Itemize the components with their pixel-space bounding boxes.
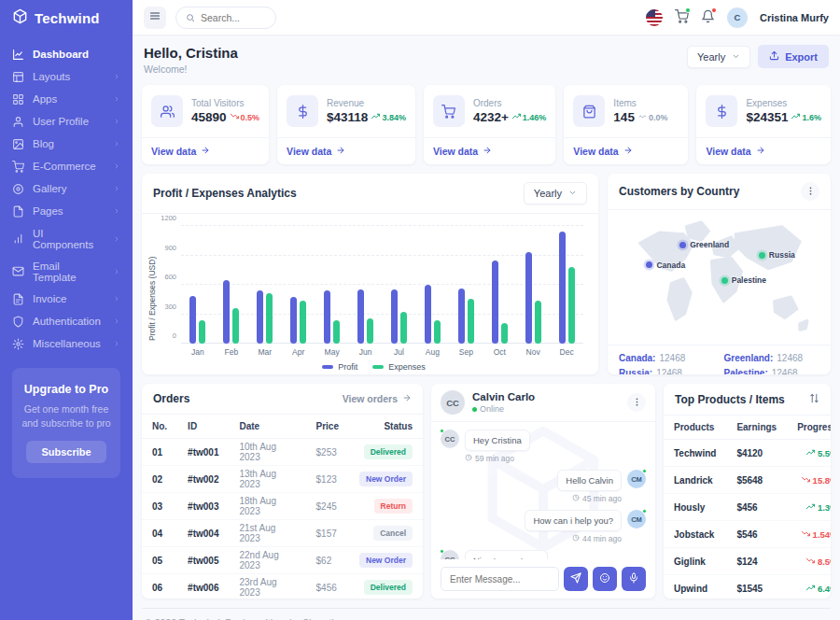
order-no: 05 — [142, 547, 177, 574]
sidebar-item-ui-components[interactable]: UI Components — [0, 222, 133, 255]
map-marker-russia: Russia — [759, 250, 795, 260]
product-name: Hously — [664, 494, 726, 521]
profit-bar — [257, 290, 263, 344]
sidebar-item-user-profile[interactable]: User Profile — [0, 110, 133, 133]
emoji-button[interactable] — [593, 567, 617, 591]
order-status-cell: Delivered — [349, 439, 423, 466]
trend-up-icon — [512, 112, 521, 122]
bar-group-may — [315, 226, 349, 344]
upgrade-title: Upgrade to Pro — [21, 383, 111, 396]
us-flag-icon[interactable] — [646, 9, 663, 26]
sidebar-item-blog[interactable]: Blog — [0, 133, 133, 155]
stat-change: 0.0% — [638, 112, 668, 122]
brand-logo[interactable]: Techwind — [0, 0, 133, 35]
search-input[interactable] — [201, 12, 266, 23]
export-button[interactable]: Export — [758, 45, 829, 68]
user-icon — [12, 116, 24, 128]
bar-group-dec — [550, 226, 583, 344]
map-more-button[interactable] — [801, 182, 819, 201]
country-name: Canada: — [619, 353, 655, 363]
products-col-progress: Progress — [787, 416, 831, 440]
order-id: #tw002 — [177, 466, 229, 493]
legend-label: Profit — [338, 362, 357, 372]
view-data-link[interactable]: View data — [424, 137, 555, 164]
view-orders-link[interactable]: View orders — [343, 393, 412, 404]
message-bubble: Nice to meet you — [465, 550, 548, 559]
search-box — [175, 7, 276, 29]
sidebar-item-email-template[interactable]: Email Template — [0, 255, 133, 288]
dashboard-icon — [12, 49, 24, 61]
product-name: Jobstack — [664, 521, 726, 548]
bell-notification-dot — [711, 7, 717, 13]
cart-button[interactable] — [675, 9, 689, 26]
sort-button[interactable] — [809, 392, 819, 406]
country-value: 12468 — [772, 368, 798, 374]
view-data-link[interactable]: View data — [696, 137, 831, 164]
profit-bar — [458, 289, 465, 344]
app-root: Techwind DashboardLayoutsAppsUser Profil… — [0, 0, 840, 620]
period-select[interactable]: Yearly — [687, 46, 750, 68]
hamburger-menu-button[interactable] — [144, 7, 166, 29]
mic-button[interactable] — [622, 567, 646, 591]
user-avatar[interactable]: C — [727, 7, 748, 28]
sidebar-item-invoice[interactable]: Invoice — [0, 288, 133, 310]
dollar-icon — [706, 95, 737, 127]
order-row-02: 02 #tw002 13th Aug 2023 $123 New Order — [142, 466, 423, 493]
y-tick-label: 600 — [157, 273, 176, 281]
chat-more-button[interactable] — [627, 393, 646, 412]
marker-label: Russia — [769, 250, 795, 260]
sidebar-item-label: Layouts — [33, 71, 70, 82]
view-data-link[interactable]: View data — [277, 137, 415, 164]
view-data-label: View data — [573, 146, 618, 157]
dollar-icon — [287, 95, 318, 127]
orders-col-date: Date — [229, 415, 305, 439]
order-no: 02 — [142, 466, 177, 493]
orders-title: Orders — [153, 392, 189, 405]
arrow-right-icon — [402, 393, 412, 404]
subscribe-button[interactable]: Subscribe — [26, 441, 105, 463]
trend-down-icon — [802, 475, 810, 486]
user-name[interactable]: Cristina Murfy — [760, 12, 829, 23]
sidebar-item-pages[interactable]: Pages — [0, 200, 133, 222]
x-tick-label: Jun — [349, 347, 383, 357]
expenses-bar — [333, 320, 340, 344]
world-map-graphic — [615, 215, 823, 342]
order-status-cell: New Order — [349, 547, 423, 574]
stat-card-expenses: Expenses $24351 1.6% View data — [696, 85, 831, 164]
view-data-link[interactable]: View data — [142, 137, 269, 164]
sidebar-item-layouts[interactable]: Layouts — [0, 65, 133, 88]
chat-message-input[interactable] — [441, 567, 559, 591]
chat-messages[interactable]: CC Hey Cristina59 min agoCM Hello Calvin… — [431, 422, 655, 559]
sidebar-item-authentication[interactable]: Authentication — [0, 310, 133, 332]
notifications-button[interactable] — [701, 9, 715, 26]
product-name: Techwind — [664, 440, 726, 467]
bar-group-jul — [383, 226, 416, 344]
legend-item-profit: Profit — [322, 362, 357, 372]
x-tick-label: Dec — [550, 347, 583, 357]
expenses-bar — [400, 312, 407, 344]
order-id: #tw005 — [177, 547, 229, 574]
expenses-bar — [535, 301, 541, 344]
sidebar-item-dashboard[interactable]: Dashboard — [0, 43, 133, 65]
clock-icon — [572, 494, 580, 503]
country-value: 12468 — [659, 353, 685, 363]
expenses-bar — [568, 267, 575, 344]
chart-period-select[interactable]: Yearly — [524, 182, 587, 204]
presence-dot — [642, 509, 647, 514]
chat-message-4: CC Nice to meet you — [441, 550, 646, 559]
view-data-link[interactable]: View data — [564, 137, 688, 164]
order-no: 04 — [142, 520, 177, 547]
y-axis-title: Profit / Expenses (USD) — [147, 222, 157, 374]
topbar: C Cristina Murfy — [133, 0, 840, 35]
send-button[interactable] — [564, 567, 588, 591]
trend-up-icon — [806, 584, 815, 594]
sidebar-item-gallery[interactable]: Gallery — [0, 177, 133, 200]
order-no: 06 — [142, 574, 177, 599]
barchart-icon — [12, 232, 24, 245]
kebab-icon — [805, 185, 816, 199]
sidebar-item-miscellaneous[interactable]: Miscellaneous — [0, 332, 133, 355]
map-marker-palestine: Palestine — [721, 275, 766, 285]
sidebar-item-e-commerce[interactable]: E-Commerce — [0, 155, 133, 177]
sidebar-item-apps[interactable]: Apps — [0, 88, 133, 110]
expenses-bar — [232, 308, 239, 344]
